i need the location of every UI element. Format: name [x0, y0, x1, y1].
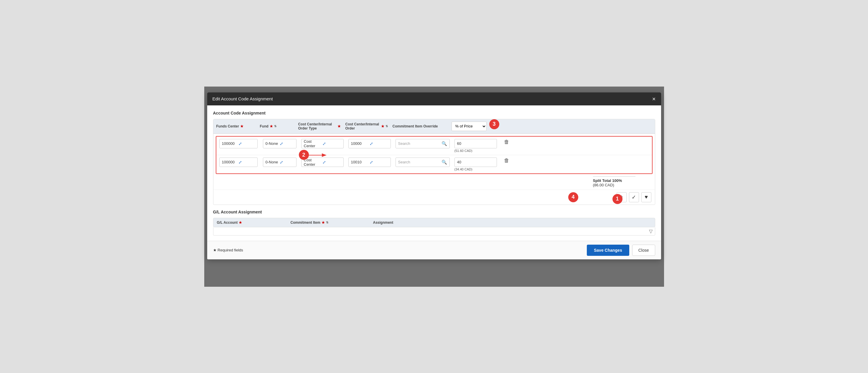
annotation-badge-2: 2	[299, 150, 309, 160]
row1-search-input[interactable]: Search 🔍	[396, 139, 450, 148]
row1-commitment: Search 🔍	[393, 139, 452, 148]
row1-price-input[interactable]	[455, 139, 497, 148]
row1-fund: 0-None ⤢	[260, 139, 299, 148]
required-star-order: ★	[381, 124, 384, 128]
annotation-badge-4: 4	[568, 192, 578, 202]
gl-section-title: G/L Account Assignment	[213, 210, 655, 214]
account-section-title: Account Code Assignment	[213, 111, 655, 115]
favorite-button[interactable]: ♥	[641, 192, 651, 202]
row1-type-edit-icon[interactable]: ⤢	[322, 141, 341, 146]
sort-fund-icon[interactable]: ⇅	[274, 125, 276, 128]
row2-funds-edit-icon[interactable]: ⤢	[239, 160, 255, 165]
table-row: 100000 ⤢ 0-None ⤢	[216, 137, 652, 155]
rows-container: 100000 ⤢ 0-None ⤢	[213, 136, 655, 174]
row1-cc-type: Cost Center ⤢	[299, 139, 346, 148]
row2-funds-input[interactable]: 100000 ⤢	[219, 158, 257, 167]
collapse-chevron-icon: ▽	[649, 229, 653, 234]
row2-fund-edit-icon[interactable]: ⤢	[280, 160, 294, 165]
annotation-badge-4-wrap: 4	[568, 192, 578, 202]
rows-outlined-area: 100000 ⤢ 0-None ⤢	[216, 136, 653, 174]
modal-body: Account Code Assignment Funds Center ★ F…	[207, 105, 661, 241]
modal-title: Edit Account Code Assignment	[213, 96, 273, 101]
row1-fund-edit-icon[interactable]: ⤢	[280, 141, 294, 146]
header-commitment: Commitment Item Override	[390, 124, 449, 128]
header-cc-order: Cost Center/Internal Order ★ ⇅	[343, 122, 390, 130]
check-icon: ✓	[631, 194, 636, 201]
table-header-row: Funds Center ★ Fund ★ ⇅ Cost Center/Inte…	[213, 119, 655, 134]
split-totals-area: Split Total 100% (86.00 CAD)	[213, 176, 655, 190]
row1-delete-button[interactable]: 🗑	[504, 139, 509, 145]
row2-price-cad: (34.40 CAD)	[455, 168, 497, 171]
row2-type-edit-icon[interactable]: ⤢	[322, 160, 341, 165]
split-total-block: Split Total 100% (86.00 CAD)	[591, 176, 638, 187]
row1-type-input[interactable]: Cost Center ⤢	[301, 139, 344, 148]
header-cc-type: Cost Center/Internal Order Type ★	[296, 122, 343, 130]
header-gl-account: G/L Account ★	[217, 221, 290, 225]
row1-cc-order: 10000 ⤢	[346, 139, 393, 148]
header-gl-commitment: Commitment Item ★ ⇅	[290, 221, 373, 225]
annotation-badge-3: 3	[489, 119, 499, 129]
header-gl-assignment: Assignment	[373, 221, 651, 225]
confirm-button[interactable]: ✓	[629, 192, 639, 202]
sort-ci-icon[interactable]: ⇅	[326, 221, 328, 224]
row2-fund: 0-None ⤢	[260, 158, 299, 167]
sort-order-icon[interactable]: ⇅	[385, 125, 388, 128]
row1-price-wrap: (51.60 CAD)	[455, 139, 497, 152]
annotation-badge-2-wrap: 2	[299, 150, 309, 160]
header-funds-center: Funds Center ★	[213, 124, 257, 128]
row1-delete: 🗑	[499, 139, 514, 145]
row1-search-icon: 🔍	[441, 141, 447, 146]
row2-delete: 🗑	[499, 158, 514, 164]
modal-header: Edit Account Code Assignment ×	[207, 93, 661, 105]
row1-funds-edit-icon[interactable]: ⤢	[239, 141, 255, 146]
row1-price: (51.60 CAD)	[452, 139, 499, 152]
gl-table-header: G/L Account ★ Commitment Item ★ ⇅ Assign…	[213, 218, 655, 227]
header-fund: Fund ★ ⇅	[257, 124, 296, 128]
heart-icon: ♥	[645, 194, 648, 200]
required-star-fund: ★	[270, 124, 273, 128]
gl-section-collapse[interactable]: ▽	[213, 227, 655, 236]
row2-price-input[interactable]	[455, 158, 497, 167]
row1-funds-input[interactable]: 100000 ⤢	[219, 139, 257, 148]
row2-search-icon: 🔍	[441, 160, 447, 165]
footer-buttons: Save Changes Close	[587, 245, 655, 256]
required-star-ci: ★	[321, 221, 325, 225]
row2-funds-center: 100000 ⤢	[216, 158, 260, 167]
modal-footer: ★ Required fields Save Changes Close	[207, 241, 661, 259]
required-star-gl: ★	[239, 221, 242, 225]
row1-fund-input[interactable]: 0-None ⤢	[263, 139, 297, 148]
row2-search-input[interactable]: Search 🔍	[396, 158, 450, 167]
row2-order-input[interactable]: 10010 ⤢	[348, 158, 391, 167]
row2-fund-input[interactable]: 0-None ⤢	[263, 158, 297, 167]
split-total: Split Total 100% (86.00 CAD)	[593, 178, 636, 187]
row1-price-cad: (51.60 CAD)	[455, 149, 497, 152]
modal-close-button[interactable]: ×	[652, 96, 656, 102]
table-row: 100000 ⤢ 0-None ⤢	[216, 155, 652, 173]
required-star-funds: ★	[240, 124, 244, 128]
gl-section: G/L Account Assignment G/L Account ★ Com…	[213, 210, 655, 236]
row1-order-input[interactable]: 10000 ⤢	[348, 139, 391, 148]
action-bar: 4 + ✓ ♥ 1 add split	[213, 190, 655, 205]
account-table: Funds Center ★ Fund ★ ⇅ Cost Center/Inte…	[213, 119, 655, 205]
row2-order-edit-icon[interactable]: ⤢	[370, 160, 388, 165]
required-star-type: ★	[338, 124, 341, 128]
row1-order-edit-icon[interactable]: ⤢	[370, 141, 388, 146]
price-type-dropdown[interactable]: % of Price Fixed Amount	[452, 122, 487, 131]
annotation-badge-1: 1	[613, 194, 622, 204]
row2-cc-order: 10010 ⤢	[346, 158, 393, 167]
save-changes-button[interactable]: Save Changes	[587, 245, 629, 256]
row2-price-wrap: (34.40 CAD)	[455, 158, 497, 171]
row2-price: (34.40 CAD)	[452, 158, 499, 171]
required-note: ★ Required fields	[213, 248, 243, 252]
row1-funds-center: 100000 ⤢	[216, 139, 260, 148]
row2-commitment: Search 🔍	[393, 158, 452, 167]
close-button[interactable]: Close	[632, 245, 655, 256]
row2-delete-button[interactable]: 🗑	[504, 158, 509, 164]
header-price: % of Price Fixed Amount 3	[449, 122, 508, 131]
